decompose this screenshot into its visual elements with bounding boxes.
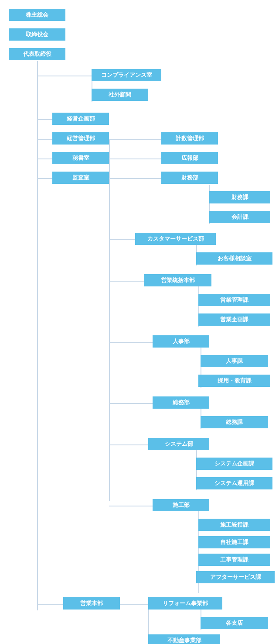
system-planning-node: システム企画課 — [196, 458, 272, 470]
finance-dept-node: 財務部 — [161, 172, 218, 184]
construction-hq-node: 施工統括課 — [198, 519, 270, 531]
customer-room-node: お客様相談室 — [196, 252, 272, 265]
shareholders-node: 株主総会 — [9, 9, 65, 21]
pr-node: 広報部 — [161, 152, 218, 164]
sales-planning-node: 営業企画課 — [198, 313, 270, 326]
reform-node: リフォーム事業部 — [148, 597, 222, 610]
construction-mgmt-node: 工事管理課 — [198, 554, 270, 566]
keisu-node: 計数管理部 — [161, 132, 218, 145]
hr-dept-node: 人事部 — [153, 335, 209, 348]
management-planning-node: 経営企画部 — [52, 113, 109, 125]
advisor-node: 社外顧問 — [92, 89, 148, 101]
customer-service-node: カスタマーサービス部 — [135, 233, 216, 245]
realestate-node: 不動産事業部 — [148, 634, 220, 644]
management-control-node: 経営管理部 — [52, 132, 109, 145]
sales-hq-node: 営業統括本部 — [144, 274, 211, 286]
finance-section-node: 財務課 — [209, 191, 270, 203]
recruit-node: 採用・教育課 — [198, 375, 270, 387]
after-service-node: アフターサービス課 — [196, 571, 275, 583]
general-affairs-dept-node: 総務部 — [153, 396, 209, 409]
branches-node: 各支店 — [201, 617, 268, 629]
system-dept-node: システム部 — [148, 438, 209, 450]
hr-section-node: 人事課 — [201, 355, 268, 367]
construction-dept-node: 施工部 — [153, 499, 209, 511]
secretary-node: 秘書室 — [52, 152, 109, 164]
system-ops-node: システム運用課 — [196, 477, 272, 489]
ceo-node: 代表取締役 — [9, 48, 65, 60]
accounting-node: 会計課 — [209, 211, 270, 223]
general-affairs-section-node: 総務課 — [201, 416, 268, 428]
compliance-node: コンプライアンス室 — [92, 69, 161, 81]
own-construction-node: 自社施工課 — [198, 536, 270, 548]
board-node: 取締役会 — [9, 28, 65, 41]
sales-hq2-node: 営業本部 — [63, 597, 120, 610]
audit-node: 監査室 — [52, 172, 109, 184]
sales-mgmt-node: 営業管理課 — [198, 294, 270, 306]
org-chart: 株主総会 取締役会 代表取締役 コンプライアンス室 社外顧問 経営企画部 経営管… — [0, 4, 279, 644]
